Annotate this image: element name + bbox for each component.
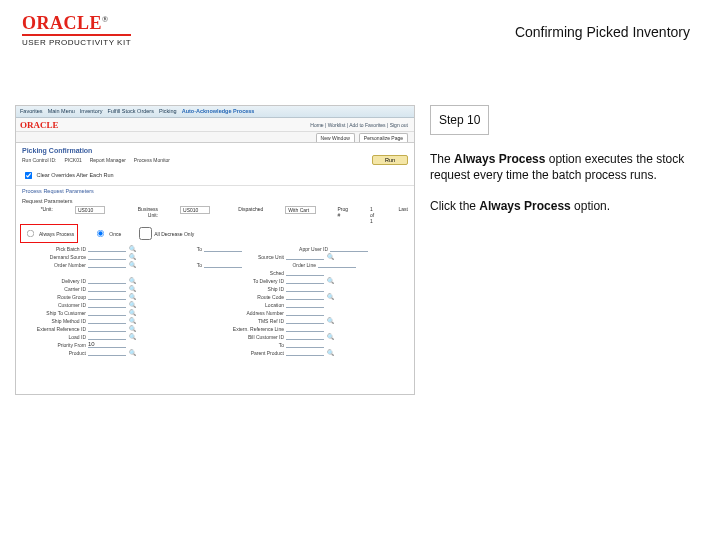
field-input[interactable] — [88, 333, 126, 340]
lookup-icon[interactable]: 🔍 — [327, 253, 334, 260]
process-monitor-link[interactable]: Process Monitor — [134, 157, 170, 163]
lookup-icon[interactable]: 🔍 — [327, 333, 334, 340]
step-label: Step 10 — [430, 105, 489, 135]
field-input[interactable] — [88, 325, 126, 332]
field-label: External Reference ID — [22, 326, 86, 332]
lookup-icon[interactable]: 🔍 — [129, 245, 136, 252]
field-input[interactable] — [88, 293, 126, 300]
field-label: TMS Ref ID — [220, 318, 284, 324]
menu-item[interactable]: Favorites — [20, 108, 43, 115]
lookup-icon[interactable]: 🔍 — [327, 277, 334, 284]
all-decrease-check[interactable] — [139, 227, 152, 240]
once-option[interactable]: Once — [94, 227, 121, 240]
field-label: Product — [22, 350, 86, 356]
lookup-icon[interactable]: 🔍 — [327, 293, 334, 300]
field-input[interactable] — [286, 253, 324, 260]
run-control-value: PICK01 — [64, 157, 81, 163]
field-input[interactable] — [286, 309, 324, 316]
field-input[interactable] — [88, 285, 126, 292]
tab-new-window[interactable]: New Window — [316, 133, 355, 142]
field-input[interactable] — [88, 261, 126, 268]
lookup-icon[interactable]: 🔍 — [129, 293, 136, 300]
app-menubar[interactable]: Favorites Main Menu Inventory Fulfill St… — [16, 106, 414, 118]
report-manager-link[interactable]: Report Manager — [90, 157, 126, 163]
menu-item[interactable]: Inventory — [80, 108, 103, 115]
app-logo: ORACLE — [20, 120, 59, 130]
always-process-label: Always Process — [39, 231, 74, 237]
field-label: Customer ID — [22, 302, 86, 308]
tab-personalize[interactable]: Personalize Page — [359, 133, 408, 142]
menu-item[interactable]: Fulfill Stock Orders — [107, 108, 153, 115]
field-input[interactable] — [286, 293, 324, 300]
menu-item[interactable]: Main Menu — [48, 108, 75, 115]
lookup-icon[interactable]: 🔍 — [129, 301, 136, 308]
field-input[interactable] — [88, 245, 126, 252]
txt-bold: Always Process — [454, 152, 545, 166]
field-input[interactable] — [286, 269, 324, 276]
param-grid: Pick Batch ID🔍To Appr User IDTo Demand S… — [16, 243, 414, 361]
app-header-row: ORACLE Home | Worklist | Add to Favorite… — [16, 118, 414, 132]
field-label: Route Group — [22, 294, 86, 300]
field-input[interactable] — [286, 341, 324, 348]
field-input[interactable] — [286, 333, 324, 340]
field-input[interactable] — [88, 309, 126, 316]
field-label: Delivery ID — [22, 278, 86, 284]
field-label: Order Number — [22, 262, 86, 268]
field-input[interactable] — [286, 301, 324, 308]
clear-overrides-check[interactable] — [25, 172, 32, 179]
lookup-icon[interactable]: 🔍 — [129, 285, 136, 292]
field-label: Extern. Reference Line — [220, 326, 284, 332]
always-process-option[interactable]: Always Process — [22, 226, 76, 241]
lookup-icon[interactable]: 🔍 — [129, 309, 136, 316]
txt: Click the — [430, 199, 479, 213]
field-input[interactable] — [286, 285, 324, 292]
bu-value[interactable]: US010 — [180, 206, 210, 214]
dispatch-value[interactable]: With Cart — [285, 206, 315, 214]
field-label: Ship ID — [220, 286, 284, 292]
field-input[interactable]: 10 — [88, 341, 126, 348]
lookup-icon[interactable]: 🔍 — [129, 277, 136, 284]
field-input[interactable] — [318, 261, 356, 268]
bu-label: Business Unit: — [127, 206, 158, 224]
field-input[interactable] — [88, 253, 126, 260]
lookup-icon[interactable]: 🔍 — [129, 349, 136, 356]
field-input[interactable] — [88, 317, 126, 324]
field-input[interactable] — [88, 301, 126, 308]
field-label: Address Number — [220, 310, 284, 316]
unit-value[interactable]: US010 — [75, 206, 105, 214]
once-radio[interactable] — [97, 230, 104, 237]
dispatch-label: Dispatched — [232, 206, 263, 224]
field-label: To — [220, 342, 284, 348]
lookup-icon[interactable]: 🔍 — [129, 261, 136, 268]
field-input[interactable] — [204, 245, 242, 252]
lookup-icon[interactable]: 🔍 — [129, 317, 136, 324]
lookup-icon[interactable]: 🔍 — [129, 253, 136, 260]
menu-item[interactable]: Auto-Acknowledge Process — [182, 108, 255, 115]
field-input[interactable] — [286, 349, 324, 356]
unit-label: *Unit: — [22, 206, 53, 224]
lookup-icon[interactable]: 🔍 — [129, 325, 136, 332]
lookup-icon[interactable]: 🔍 — [327, 349, 334, 356]
all-decrease-option[interactable]: All Decrease Only — [139, 227, 194, 240]
field-label: Location — [220, 302, 284, 308]
field-input[interactable] — [88, 349, 126, 356]
lookup-icon[interactable]: 🔍 — [327, 317, 334, 324]
menu-item[interactable]: Picking — [159, 108, 177, 115]
field-input[interactable] — [88, 277, 126, 284]
lookup-icon[interactable]: 🔍 — [129, 333, 136, 340]
field-input[interactable] — [286, 277, 324, 284]
field-label: Order Line — [252, 262, 316, 268]
run-button[interactable]: Run — [372, 155, 408, 165]
field-label: Demand Source — [22, 254, 86, 260]
always-process-radio[interactable] — [27, 230, 34, 237]
field-input[interactable] — [286, 317, 324, 324]
clear-overrides-label: Clear Overrides After Each Run — [37, 172, 114, 178]
field-input[interactable] — [330, 245, 368, 252]
clear-overrides-row: Clear Overrides After Each Run — [16, 168, 414, 183]
field-label: Route Code — [220, 294, 284, 300]
last-link[interactable]: Last — [399, 206, 408, 224]
app-links[interactable]: Home | Worklist | Add to Favorites | Sig… — [310, 122, 414, 128]
field-input[interactable] — [204, 261, 242, 268]
field-input[interactable] — [286, 325, 324, 332]
brand-block: ORACLE® USER PRODUCTIVITY KIT — [22, 14, 131, 47]
